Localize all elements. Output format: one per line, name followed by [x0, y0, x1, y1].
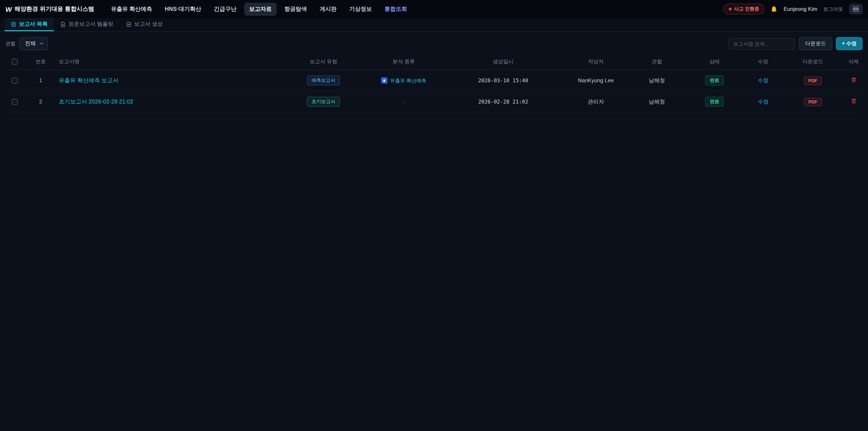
nav-item-emergency-rescue[interactable]: 긴급구난 [209, 2, 241, 16]
app-logo[interactable]: W 해양환경 위기대응 통합시스템 [5, 5, 94, 13]
filterbar: 관할 전체 다운로드 + 수정 [0, 32, 868, 55]
app-title: 해양환경 위기대응 통합시스템 [14, 5, 94, 13]
header-no: 번호 [24, 55, 58, 70]
nav-item-aerial-search[interactable]: 항공탐색 [279, 2, 312, 16]
jurisdiction: 남해청 [630, 70, 684, 91]
nav-item-reports[interactable]: 보고자료 [244, 2, 277, 16]
edit-link[interactable]: 수정 [758, 77, 769, 83]
header-status: 상태 [684, 55, 745, 70]
main-nav: 유출유 확산예측 HNS·대기확산 긴급구난 보고자료 항공탐색 게시판 기상정… [106, 2, 412, 16]
topbar-right: 사고 진행중 Eunjeong Kim 로그아웃 [723, 4, 863, 14]
incident-dot-icon [729, 8, 732, 10]
tab-standard-template[interactable]: 표준보고서 템플릿 [54, 18, 120, 31]
tab-report-list-label: 보고서 목록 [19, 20, 48, 28]
jurisdiction-filter-label: 관할 [5, 40, 16, 47]
pdf-download-button[interactable]: PDF [804, 97, 822, 106]
user-name: Eunjeong Kim [784, 6, 817, 12]
header-author: 작성자 [562, 55, 630, 70]
nav-item-oil-spill-prediction[interactable]: 유출유 확산예측 [106, 2, 157, 16]
report-table: 번호 보고서명 보고서 유형 분석 종류 생성일시 작성자 관할 상태 수정 다… [5, 55, 863, 113]
header-report-type: 보고서 유형 [284, 55, 363, 70]
report-tabbar: 보고서 목록 표준보고서 템플릿 보고서 생성 [0, 18, 868, 32]
notification-bell-icon[interactable] [771, 5, 778, 13]
table-row: 1 유출유 확산예측 보고서 예측보고서 유출유 확산예측 2026-03-10… [5, 70, 863, 91]
report-type-badge: 예측보고서 [307, 75, 340, 86]
nav-item-bulletin-board[interactable]: 게시판 [315, 2, 342, 16]
author: NanKyung Lee [562, 70, 630, 91]
delete-trash-icon[interactable] [850, 77, 857, 84]
header-edit: 수정 [745, 55, 781, 70]
report-name-link[interactable]: 초기보고서 2026-02-28 21:02 [59, 98, 133, 105]
row-checkbox[interactable] [11, 99, 18, 105]
jurisdiction-select[interactable]: 전체 [20, 37, 48, 50]
topbar: W 해양환경 위기대응 통합시스템 유출유 확산예측 HNS·대기확산 긴급구난… [0, 0, 868, 18]
author: 관리자 [562, 91, 630, 112]
analysis-type-cell: 유출유 확산예측 [381, 77, 426, 84]
select-all-checkbox[interactable] [11, 59, 18, 65]
nav-item-integrated-search[interactable]: 통합조회 [379, 2, 412, 16]
row-number: 1 [24, 70, 58, 91]
header-download: 다운로드 [781, 55, 844, 70]
pdf-download-button[interactable]: PDF [804, 76, 822, 85]
oil-spill-icon [381, 77, 388, 84]
report-name-link[interactable]: 유출유 확산예측 보고서 [59, 77, 119, 83]
status-badge: 완료 [705, 97, 724, 107]
jurisdiction: 남해청 [630, 91, 684, 112]
table-row: 2 초기보고서 2026-02-28 21:02 초기보고서 - 2026-02… [5, 91, 863, 112]
created-at: 2026-03-10 15:40 [478, 77, 528, 84]
tab-create-report[interactable]: 보고서 생성 [120, 18, 169, 31]
report-type-badge: 초기보고서 [307, 97, 340, 107]
logout-link[interactable]: 로그아웃 [823, 6, 843, 12]
header-created-at: 생성일시 [444, 55, 562, 70]
filter-actions: 다운로드 + 수정 [728, 37, 863, 50]
download-button[interactable]: 다운로드 [799, 37, 832, 50]
nav-item-weather-info[interactable]: 기상정보 [344, 2, 377, 16]
edit-link[interactable]: 수정 [758, 98, 769, 105]
incident-status-badge: 사고 진행중 [723, 4, 765, 14]
app-window: W 해양환경 위기대응 통합시스템 유출유 확산예측 HNS·대기확산 긴급구난… [0, 0, 868, 431]
logo-icon: W [5, 5, 11, 13]
tab-report-list[interactable]: 보고서 목록 [4, 18, 54, 31]
row-checkbox[interactable] [11, 78, 18, 84]
tab-create-report-label: 보고서 생성 [134, 20, 163, 28]
report-list-icon [11, 22, 16, 27]
header-delete: 삭제 [844, 55, 863, 70]
analysis-type-cell: - [403, 98, 405, 105]
tab-standard-template-label: 표준보고서 템플릿 [68, 20, 114, 28]
header-jurisdiction: 관할 [630, 55, 684, 70]
header-analysis-type: 분석 종류 [363, 55, 444, 70]
created-at: 2026-02-28 21:02 [478, 98, 528, 105]
template-icon [60, 22, 66, 27]
status-badge: 완료 [705, 75, 724, 86]
chevron-down-icon [39, 40, 44, 47]
header-report-name: 보고서명 [58, 55, 284, 70]
row-number: 2 [24, 91, 58, 112]
hamburger-menu-button[interactable] [849, 4, 863, 14]
table-header-row: 번호 보고서명 보고서 유형 분석 종류 생성일시 작성자 관할 상태 수정 다… [5, 55, 863, 70]
delete-trash-icon[interactable] [850, 98, 857, 105]
nav-item-hns-air-diffusion[interactable]: HNS·대기확산 [160, 2, 206, 16]
report-search-input[interactable] [728, 38, 795, 50]
report-table-container: 번호 보고서명 보고서 유형 분석 종류 생성일시 작성자 관할 상태 수정 다… [0, 55, 868, 431]
edit-button[interactable]: + 수정 [836, 37, 863, 50]
create-report-icon [126, 22, 131, 27]
incident-badge-label: 사고 진행중 [734, 6, 759, 12]
analysis-type-label: 유출유 확산예측 [390, 77, 426, 84]
jurisdiction-select-value: 전체 [25, 40, 36, 48]
